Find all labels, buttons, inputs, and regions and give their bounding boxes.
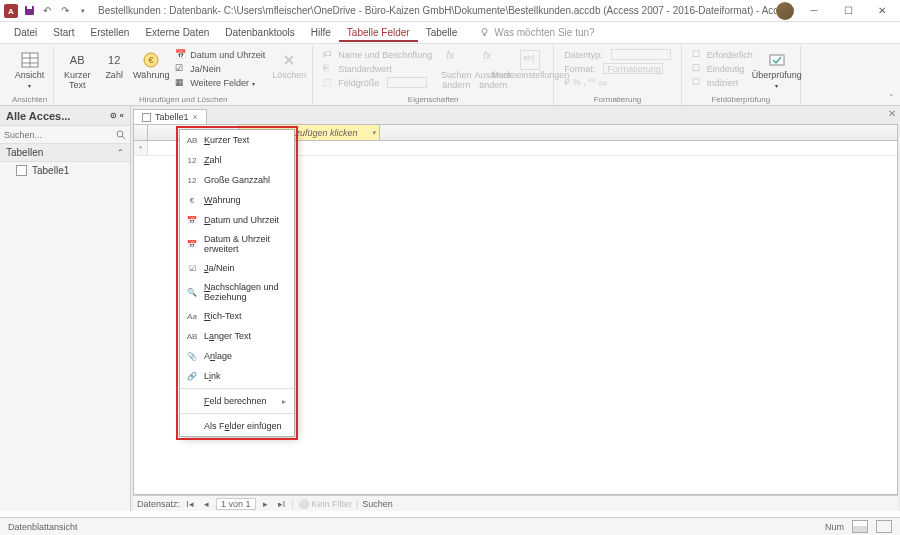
link-icon: 🔗 (186, 370, 198, 382)
undo-icon[interactable]: ↶ (40, 4, 54, 18)
recnav-filter[interactable]: ⚪ Kein Filter (298, 499, 352, 509)
search-icon (116, 130, 126, 140)
calendar-icon: 📅 (186, 214, 198, 226)
recnav-label: Datensatz: (137, 499, 180, 509)
menu-richtext[interactable]: AaRich-Text (180, 306, 294, 326)
tab-start[interactable]: Start (45, 23, 82, 42)
menu-janein[interactable]: ☑Ja/Nein (180, 258, 294, 278)
recnav-prev-icon[interactable]: ◂ (200, 499, 212, 509)
currency-icon: € (141, 50, 161, 70)
tab-datei[interactable]: Datei (6, 23, 45, 42)
tab-hilfe[interactable]: Hilfe (303, 23, 339, 42)
attachment-icon: 📎 (186, 350, 198, 362)
format-buttons: ₽ % , ⁰⁰ ₀₀ (560, 76, 675, 88)
svg-text:€: € (149, 55, 154, 65)
recnav-last-icon[interactable]: ▸I (276, 499, 288, 509)
table-icon (142, 113, 151, 122)
doc-tab-tabelle1[interactable]: Tabelle1 × (133, 109, 207, 124)
menu-datum[interactable]: 📅Datum und Uhrzeit (180, 210, 294, 230)
tell-me-search[interactable]: Was möchten Sie tun? (479, 27, 594, 38)
menu-feld-berechnen[interactable]: Feld berechnen▸ (180, 391, 294, 411)
recnav-next-icon[interactable]: ▸ (260, 499, 272, 509)
size-icon: ⬚ (323, 77, 334, 88)
nav-dropdown-icon[interactable]: ⊙ « (110, 111, 124, 120)
menu-waehrung[interactable]: €Währung (180, 190, 294, 210)
menu-kurzer-text[interactable]: ABKurzer Text (180, 130, 294, 150)
maximize-button[interactable]: ☐ (834, 2, 862, 20)
erforderlich-check: ☐Erforderlich (688, 48, 757, 61)
status-view: Datenblattansicht (8, 522, 78, 532)
recnav-search[interactable]: Suchen (362, 499, 393, 509)
row-selector-header[interactable] (134, 125, 148, 140)
nav-search-input[interactable] (4, 130, 116, 140)
datum-button[interactable]: 📅Datum und Uhrzeit (171, 48, 269, 61)
menu-zahl[interactable]: 12Zahl (180, 150, 294, 170)
tab-tabelle-felder[interactable]: Tabelle Felder (339, 23, 418, 42)
window-title: Bestellkunden : Datenbank- C:\Users\mfle… (98, 5, 776, 16)
tab-datenbanktools[interactable]: Datenbanktools (217, 23, 303, 42)
doc-close-icon[interactable]: ✕ (888, 108, 896, 119)
status-numlock: Num (825, 522, 844, 532)
minimize-button[interactable]: ─ (800, 2, 828, 20)
menu-nachschlagen[interactable]: 🔍Nachschlagen und Beziehung (180, 278, 294, 306)
qat-dropdown-icon[interactable]: ▾ (76, 4, 90, 18)
lookup-icon: 🔍 (186, 286, 198, 298)
submenu-icon: ▸ (282, 397, 286, 406)
grid-icon (20, 50, 40, 70)
table-icon (16, 165, 27, 176)
user-avatar[interactable] (776, 2, 794, 20)
menu-link[interactable]: 🔗Link (180, 366, 294, 386)
group-ansichten: Ansichten (12, 94, 47, 105)
group-feldueberpruefung: Feldüberprüfung (711, 94, 770, 105)
janein-button[interactable]: ☑Ja/Nein (171, 62, 269, 75)
calendar-icon: 📅 (175, 49, 186, 60)
close-button[interactable]: ✕ (868, 2, 896, 20)
format-label: Format:Formatierung (560, 62, 675, 75)
nav-item-tabelle1[interactable]: Tabelle1 (0, 162, 130, 179)
ansicht-button[interactable]: Ansicht ▾ (13, 48, 47, 91)
nav-header[interactable]: Alle Acces... ⊙ « (0, 106, 130, 126)
record-navigator: Datensatz: I◂ ◂ 1 von 1 ▸ ▸I | ⚪ Kein Fi… (133, 495, 898, 511)
zahl-button[interactable]: 12 Zahl (97, 48, 131, 83)
validation-icon (767, 50, 787, 70)
row-selector[interactable]: * (134, 141, 148, 155)
view-datasheet-icon[interactable] (852, 520, 868, 533)
group-formatierung: Formatierung (594, 94, 642, 105)
recnav-first-icon[interactable]: I◂ (184, 499, 196, 509)
svg-text:A: A (8, 7, 14, 16)
menu-als-felder-einfuegen[interactable]: Als Felder einfügen (180, 416, 294, 436)
menu-anlage[interactable]: 📎Anlage (180, 346, 294, 366)
title-bar: A ↶ ↷ ▾ Bestellkunden : Datenbank- C:\Us… (0, 0, 900, 22)
nav-search[interactable] (0, 126, 130, 144)
save-icon[interactable] (22, 4, 36, 18)
lightbulb-icon (479, 27, 490, 38)
delete-icon (279, 50, 299, 70)
tell-me-placeholder: Was möchten Sie tun? (494, 27, 594, 38)
svg-point-3 (482, 29, 487, 34)
indiziert-check: ☐Indiziert (688, 76, 757, 89)
nav-group-tabellen[interactable]: Tabellen ⌃ (0, 144, 130, 162)
menu-grosse-ganzzahl[interactable]: 12Große Ganzzahl (180, 170, 294, 190)
tab-erstellen[interactable]: Erstellen (82, 23, 137, 42)
waehrung-button[interactable]: € Währung (134, 48, 168, 83)
kurzer-text-button[interactable]: AB Kurzer Text (60, 48, 94, 93)
svg-rect-4 (484, 34, 486, 37)
menu-langer-text[interactable]: ABLanger Text (180, 326, 294, 346)
recnav-position[interactable]: 1 von 1 (216, 498, 256, 510)
calendar-icon: 📅 (186, 238, 198, 250)
weitere-felder-button[interactable]: ▦Weitere Felder ▾ (171, 76, 269, 89)
view-design-icon[interactable] (876, 520, 892, 533)
dropdown-icon[interactable]: ▾ (372, 129, 376, 137)
tab-tabelle[interactable]: Tabelle (418, 23, 466, 42)
bignumber-icon: 12 (186, 174, 198, 186)
svg-rect-11 (770, 55, 784, 65)
tab-externe-daten[interactable]: Externe Daten (137, 23, 217, 42)
menu-datum-erweitert[interactable]: 📅Datum & Uhrzeit erweitert (180, 230, 294, 258)
redo-icon[interactable]: ↷ (58, 4, 72, 18)
feldgroesse-button: ⬚Feldgröße (319, 76, 436, 89)
collapse-ribbon-icon[interactable]: ˄ (889, 93, 894, 103)
checkbox-icon: ☑ (186, 262, 198, 274)
suchen-aendern-button: fx Suchen ändern (439, 48, 473, 93)
tag-icon: 🏷 (323, 49, 334, 60)
ueberpruefung-button[interactable]: Überprüfung ▾ (760, 48, 794, 91)
